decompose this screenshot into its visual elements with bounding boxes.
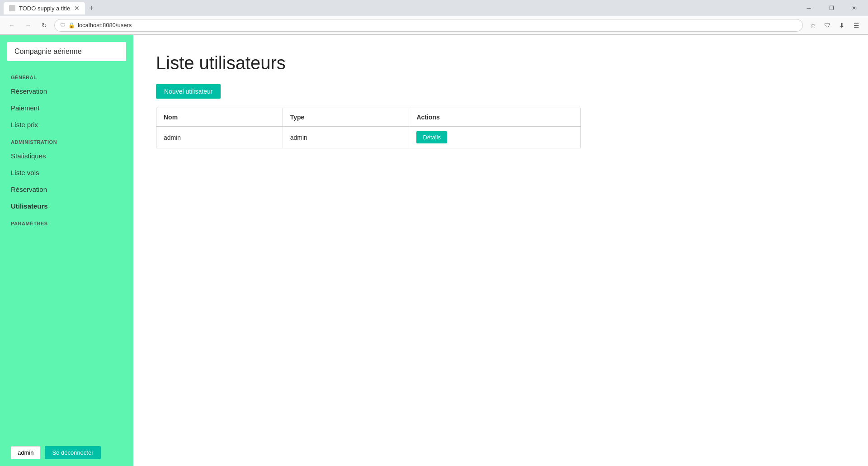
table-row: admin admin Détails xyxy=(156,127,581,148)
username-button[interactable]: admin xyxy=(11,446,40,459)
browser-chrome: TODO supply a title ✕ + ─ ❐ ✕ ← → ↻ 🛡 🔒 … xyxy=(0,0,868,35)
cell-type: admin xyxy=(283,127,409,148)
sidebar-general-label: GÉNÉRAL xyxy=(0,68,133,83)
users-table: Nom Type Actions admin admin Détails xyxy=(156,108,581,148)
bookmark-icon[interactable]: ☆ xyxy=(807,19,819,32)
sidebar-params-label: PARAMÈTRES xyxy=(0,214,133,229)
sidebar-item-reservation-admin[interactable]: Réservation xyxy=(0,181,133,198)
main-content: Liste utilisateurs Nouvel utilisateur No… xyxy=(133,35,868,466)
table-header-row: Nom Type Actions xyxy=(156,108,581,127)
sidebar-bottom: admin Se déconnecter xyxy=(0,439,133,466)
new-user-button[interactable]: Nouvel utilisateur xyxy=(156,84,221,99)
sidebar-item-liste-vols[interactable]: Liste vols xyxy=(0,164,133,181)
cell-nom: admin xyxy=(156,127,283,148)
col-nom-header: Nom xyxy=(156,108,283,127)
menu-icon[interactable]: ☰ xyxy=(850,19,863,32)
logout-button[interactable]: Se déconnecter xyxy=(45,446,100,459)
lock-icon: 🔒 xyxy=(68,22,75,29)
address-bar[interactable]: 🛡 🔒 localhost:8080/users xyxy=(54,19,803,32)
url-text: localhost:8080/users xyxy=(78,22,132,29)
sidebar-admin-label: ADMINISTRATION xyxy=(0,133,133,147)
tab-favicon xyxy=(9,5,15,11)
restore-button[interactable]: ❐ xyxy=(821,0,842,16)
details-button[interactable]: Détails xyxy=(416,131,447,143)
sidebar-item-utilisateurs[interactable]: Utilisateurs xyxy=(0,198,133,214)
browser-titlebar: TODO supply a title ✕ + ─ ❐ ✕ xyxy=(0,0,868,16)
download-icon[interactable]: ⬇ xyxy=(835,19,848,32)
sidebar-item-reservation-general[interactable]: Réservation xyxy=(0,83,133,100)
app-container: Compagnie aérienne GÉNÉRAL Réservation P… xyxy=(0,35,868,466)
browser-tab[interactable]: TODO supply a title ✕ xyxy=(4,2,85,14)
sidebar: Compagnie aérienne GÉNÉRAL Réservation P… xyxy=(0,35,133,466)
col-actions-header: Actions xyxy=(409,108,581,127)
sidebar-item-statistiques[interactable]: Statistiques xyxy=(0,147,133,164)
minimize-button[interactable]: ─ xyxy=(798,0,819,16)
new-tab-button[interactable]: + xyxy=(85,2,98,14)
tab-title: TODO supply a title xyxy=(19,5,70,12)
shield-icon: 🛡 xyxy=(60,22,66,29)
sidebar-item-paiement[interactable]: Paiement xyxy=(0,100,133,116)
close-window-button[interactable]: ✕ xyxy=(844,0,864,16)
sidebar-brand: Compagnie aérienne xyxy=(7,42,126,61)
window-controls: ─ ❐ ✕ xyxy=(798,0,864,16)
sidebar-item-liste-prix[interactable]: Liste prix xyxy=(0,116,133,133)
refresh-button[interactable]: ↻ xyxy=(38,19,51,32)
cell-actions: Détails xyxy=(409,127,581,148)
firefox-protect-icon[interactable]: 🛡 xyxy=(821,19,834,32)
page-title: Liste utilisateurs xyxy=(156,53,845,73)
tab-close-icon[interactable]: ✕ xyxy=(74,5,80,12)
forward-button[interactable]: → xyxy=(22,19,34,32)
back-button[interactable]: ← xyxy=(5,19,18,32)
browser-toolbar: ← → ↻ 🛡 🔒 localhost:8080/users ☆ 🛡 ⬇ ☰ xyxy=(0,16,868,34)
toolbar-right: ☆ 🛡 ⬇ ☰ xyxy=(807,19,863,32)
col-type-header: Type xyxy=(283,108,409,127)
